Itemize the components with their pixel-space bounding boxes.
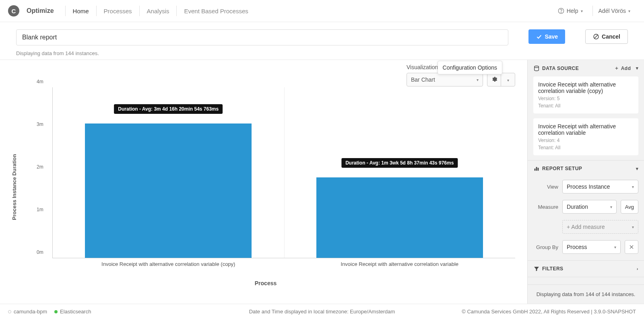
copyright-text: © Camunda Services GmbH 2022, All Rights… <box>462 309 636 315</box>
chevron-right-icon[interactable]: › <box>637 266 638 271</box>
cancel-label: Cancel <box>602 33 620 40</box>
data-source-name: Invoice Receipt with alternative correla… <box>538 81 634 94</box>
y-tick-label: 2m <box>37 164 43 170</box>
bar-value-label: Duration - Avg: 3m 4d 16h 20min 54s 763m… <box>114 104 223 114</box>
engine-status: Elasticsearch <box>54 309 91 315</box>
chevron-down-icon: ▾ <box>614 245 616 249</box>
y-tick-label: 0m <box>37 249 43 255</box>
filters-section[interactable]: FILTERS › <box>528 261 644 277</box>
save-label: Save <box>545 33 558 40</box>
check-icon <box>536 33 542 40</box>
clear-group-by-button[interactable] <box>625 240 638 254</box>
chevron-down-icon: ▾ <box>632 185 634 189</box>
instances-count-text: Displaying data from 144 instances. <box>16 50 508 56</box>
report-setup-title: REPORT SETUP <box>542 166 582 171</box>
chevron-down-icon: ▾ <box>632 225 634 229</box>
y-axis-label: Process Instance Duration <box>11 154 17 220</box>
cancel-button[interactable]: Cancel <box>585 29 628 44</box>
chevron-down-icon: ▾ <box>581 9 583 13</box>
view-value: Process Instance <box>567 183 610 190</box>
user-dropdown[interactable]: Adél Vörös ▾ <box>592 6 636 16</box>
view-label: View <box>533 184 558 190</box>
group-by-label: Group By <box>533 244 558 250</box>
help-dropdown[interactable]: Help ▾ <box>552 6 588 16</box>
app-footer: camunda-bpm Elasticsearch Date and Time … <box>0 304 644 319</box>
timezone-text: Date and Time displayed in local timezon… <box>249 309 395 315</box>
save-button[interactable]: Save <box>528 29 565 44</box>
svg-rect-5 <box>535 169 536 171</box>
close-icon <box>628 244 635 250</box>
add-label: Add <box>621 66 631 71</box>
bar-value-label: Duration - Avg: 1m 3wk 5d 8h 37min 43s 9… <box>341 158 458 168</box>
chevron-down-icon: ▾ <box>628 9 630 13</box>
logo-icon: C <box>8 5 19 16</box>
report-setup-section: REPORT SETUP ▾ View Process Instance ▾ M… <box>528 161 644 261</box>
status-dot-icon <box>8 310 11 313</box>
y-tick-label: 4m <box>37 79 43 84</box>
group-by-select[interactable]: Process ▾ <box>562 240 621 254</box>
gear-icon <box>491 76 497 82</box>
config-dropdown-button[interactable]: ▾ <box>501 73 515 86</box>
x-tick-label: Invoice Receipt with alternative correla… <box>101 261 235 267</box>
filters-title: FILTERS <box>542 266 564 272</box>
config-button-group: ▾ <box>487 73 515 86</box>
data-source-section: DATA SOURCE ＋ Add ▾ Invoice Receipt with… <box>528 60 644 161</box>
chart-area: Configuration Options Visualization Bar … <box>0 60 527 304</box>
data-source-card[interactable]: Invoice Receipt with alternative correla… <box>533 118 638 155</box>
side-panel: DATA SOURCE ＋ Add ▾ Invoice Receipt with… <box>527 60 644 304</box>
report-title-input[interactable] <box>16 29 508 45</box>
y-tick-label: 1m <box>37 207 43 212</box>
nav-processes[interactable]: Processes <box>96 6 139 16</box>
nav-event-based-processes[interactable]: Event Based Processes <box>176 6 255 16</box>
data-source-tenant: Tenant: All <box>538 103 634 109</box>
y-tick-label: 3m <box>37 121 43 127</box>
engine-name: camunda-bpm <box>14 309 47 315</box>
nav-home[interactable]: Home <box>65 6 96 16</box>
svg-rect-6 <box>536 167 537 171</box>
help-icon <box>558 8 564 14</box>
add-measure-label: + Add measure <box>567 224 605 230</box>
group-by-value: Process <box>567 244 587 250</box>
expand-icon[interactable]: ▾ <box>636 166 639 171</box>
expand-icon[interactable]: ▾ <box>636 66 639 71</box>
svg-point-4 <box>535 66 539 68</box>
filter-icon <box>533 265 540 272</box>
data-source-tenant: Tenant: All <box>538 145 634 150</box>
user-name: Adél Vörös <box>599 8 626 14</box>
bar-chart: Process Instance Duration 0m1m2m3m4mDura… <box>16 87 515 286</box>
measure-agg-select[interactable]: Avg <box>621 200 638 214</box>
config-gear-button[interactable] <box>487 73 501 86</box>
app-header: C Optimize Home Processes Analysis Event… <box>0 0 644 22</box>
bar[interactable] <box>316 177 483 258</box>
help-label: Help <box>567 8 578 14</box>
nav-analysis[interactable]: Analysis <box>139 6 177 16</box>
add-data-source-button[interactable]: ＋ Add <box>614 65 631 72</box>
measure-select[interactable]: Duration ▾ <box>562 200 617 214</box>
visualization-controls: Configuration Options Visualization Bar … <box>407 64 515 86</box>
visualization-value: Bar Chart <box>411 76 435 83</box>
prohibit-icon <box>593 33 599 40</box>
engine-status: camunda-bpm <box>8 309 47 315</box>
chevron-down-icon: ▾ <box>507 78 509 82</box>
add-measure-button[interactable]: + Add measure ▾ <box>562 220 638 234</box>
data-source-title: DATA SOURCE <box>542 66 579 71</box>
bar-chart-icon <box>533 165 540 172</box>
chevron-down-icon: ▾ <box>477 78 479 82</box>
x-axis-label: Process <box>255 280 277 286</box>
visualization-select[interactable]: Bar Chart ▾ <box>407 73 483 86</box>
x-tick-label: Invoice Receipt with alternative correla… <box>341 261 458 267</box>
data-source-card[interactable]: Invoice Receipt with alternative correla… <box>533 76 638 113</box>
data-source-icon <box>533 65 540 72</box>
svg-line-3 <box>594 35 598 38</box>
view-select[interactable]: Process Instance ▾ <box>562 180 638 193</box>
side-panel-footer: Displaying data from 144 of 144 instance… <box>528 284 644 304</box>
plot-area: 0m1m2m3m4mDuration - Avg: 3m 4d 16h 20mi… <box>52 87 515 258</box>
data-source-name: Invoice Receipt with alternative correla… <box>538 123 634 136</box>
bar[interactable] <box>85 123 252 258</box>
svg-point-1 <box>561 12 561 12</box>
engine-name: Elasticsearch <box>60 309 91 315</box>
svg-rect-7 <box>538 168 539 171</box>
status-dot-icon <box>54 310 58 313</box>
app-name: Optimize <box>27 7 54 14</box>
data-source-version: Version: 4 <box>538 138 634 143</box>
